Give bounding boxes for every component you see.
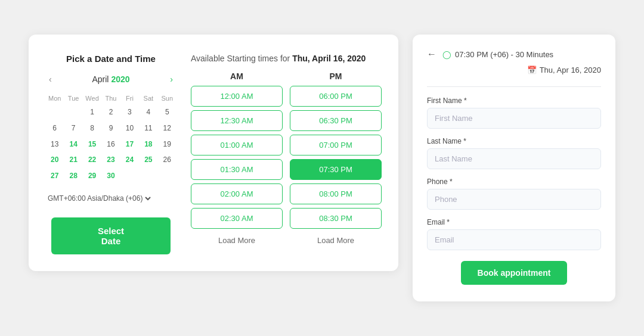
cal-day-empty xyxy=(64,104,82,120)
week-row-5: 27 28 29 30 xyxy=(45,168,177,184)
back-button[interactable]: ← xyxy=(427,49,436,60)
month-year-label: April 2020 xyxy=(92,74,129,84)
cal-day[interactable]: 26 xyxy=(158,152,177,168)
time-slot-am-3[interactable]: 01:00 AM xyxy=(191,135,283,155)
timezone-dropdown[interactable]: GMT+06:00 Asia/Dhaka (+06) xyxy=(45,194,153,203)
day-header-mon: Mon xyxy=(45,92,64,104)
time-slot-am-4[interactable]: 01:30 AM xyxy=(191,159,283,180)
time-slot-pm-2[interactable]: 06:30 PM xyxy=(290,110,382,131)
cal-day[interactable]: 6 xyxy=(45,120,64,136)
load-more-pm-button[interactable]: Load More xyxy=(290,232,382,248)
phone-group: Phone * xyxy=(427,178,601,210)
cal-day[interactable]: 15 xyxy=(83,136,101,153)
time-slot-pm-3[interactable]: 07:00 PM xyxy=(290,135,382,155)
book-appointment-button[interactable]: Book appointment xyxy=(461,261,568,285)
left-card: Pick a Date and Time ‹ April 2020 › Mon … xyxy=(29,35,398,271)
booking-header: ← ◯ 07:30 PM (+06) - 30 Minutes 📅 Thu, A… xyxy=(427,49,601,74)
cal-day[interactable]: 14 xyxy=(64,136,82,153)
cal-day[interactable]: 21 xyxy=(64,152,82,168)
cal-day-empty xyxy=(45,104,64,120)
time-slot-pm-5[interactable]: 08:00 PM xyxy=(290,183,382,204)
time-section-title: Available Starting times for Thu, April … xyxy=(191,54,382,63)
cal-day-empty xyxy=(158,168,177,184)
time-info-label: 07:30 PM (+06) - 30 Minutes xyxy=(455,50,553,59)
timezone-selector[interactable]: GMT+06:00 Asia/Dhaka (+06) xyxy=(45,194,177,203)
calendar-grid: Mon Tue Wed Thu Fri Sat Sun 1 2 3 xyxy=(45,92,177,184)
cal-day[interactable]: 13 xyxy=(45,136,64,153)
week-row-4: 20 21 22 23 24 25 26 xyxy=(45,152,177,168)
email-label: Email * xyxy=(427,218,601,226)
cal-day[interactable]: 25 xyxy=(139,152,157,168)
cal-day[interactable]: 24 xyxy=(120,152,139,168)
time-slot-pm-1[interactable]: 06:00 PM xyxy=(290,86,382,107)
cal-day[interactable]: 3 xyxy=(120,104,139,120)
last-name-group: Last Name * xyxy=(427,137,601,169)
pm-column: PM 06:00 PM 06:30 PM 07:00 PM 07:30 PM 0… xyxy=(290,71,382,248)
email-input[interactable] xyxy=(427,229,601,250)
booking-date-info: 📅 Thu, Apr 16, 2020 xyxy=(527,66,601,74)
next-month-button[interactable]: › xyxy=(166,73,177,85)
cal-day[interactable]: 19 xyxy=(158,136,177,153)
prev-month-button[interactable]: ‹ xyxy=(45,73,55,85)
day-header-wed: Wed xyxy=(83,92,101,104)
cal-day[interactable]: 27 xyxy=(45,168,64,184)
cal-day-empty xyxy=(139,168,157,184)
load-more-am-button[interactable]: Load More xyxy=(191,232,283,248)
select-date-button[interactable]: Select Date xyxy=(51,217,171,254)
time-slot-am-1[interactable]: 12:00 AM xyxy=(191,86,283,107)
cal-day[interactable]: 10 xyxy=(120,120,139,136)
cal-day[interactable]: 9 xyxy=(101,120,120,136)
calendar-section: Pick a Date and Time ‹ April 2020 › Mon … xyxy=(45,54,177,254)
cal-day[interactable]: 1 xyxy=(83,104,101,120)
day-header-sat: Sat xyxy=(139,92,157,104)
cal-day[interactable]: 17 xyxy=(120,136,139,153)
week-row-1: 1 2 3 4 5 xyxy=(45,104,177,120)
cal-day[interactable]: 23 xyxy=(101,152,120,168)
phone-input[interactable] xyxy=(427,189,601,210)
calendar-title: Pick a Date and Time xyxy=(45,54,177,64)
phone-label: Phone * xyxy=(427,178,601,186)
calendar-header: ‹ April 2020 › xyxy=(45,73,177,85)
page-wrapper: Pick a Date and Time ‹ April 2020 › Mon … xyxy=(29,35,615,301)
cal-day[interactable]: 30 xyxy=(101,168,120,184)
time-slot-am-2[interactable]: 12:30 AM xyxy=(191,110,283,131)
cal-day[interactable]: 11 xyxy=(139,120,157,136)
day-headers-row: Mon Tue Wed Thu Fri Sat Sun xyxy=(45,92,177,104)
last-name-label: Last Name * xyxy=(427,137,601,145)
day-header-tue: Tue xyxy=(64,92,82,104)
last-name-input[interactable] xyxy=(427,148,601,169)
cal-day[interactable]: 28 xyxy=(64,168,82,184)
divider xyxy=(427,86,601,87)
cal-day[interactable]: 12 xyxy=(158,120,177,136)
pm-header: PM xyxy=(290,71,382,81)
cal-day[interactable]: 7 xyxy=(64,120,82,136)
booking-time-info: ◯ 07:30 PM (+06) - 30 Minutes xyxy=(442,50,553,59)
first-name-group: First Name * xyxy=(427,97,601,129)
time-slot-pm-6[interactable]: 08:30 PM xyxy=(290,208,382,229)
calendar-icon: 📅 xyxy=(527,66,537,74)
email-group: Email * xyxy=(427,218,601,250)
cal-day[interactable]: 20 xyxy=(45,152,64,168)
time-slot-pm-4-selected[interactable]: 07:30 PM xyxy=(290,159,382,180)
am-header: AM xyxy=(191,71,283,81)
cal-day-empty xyxy=(120,168,139,184)
cal-day[interactable]: 18 xyxy=(139,136,157,153)
am-column: AM 12:00 AM 12:30 AM 01:00 AM 01:30 AM 0… xyxy=(191,71,283,248)
first-name-input[interactable] xyxy=(427,108,601,129)
right-card: ← ◯ 07:30 PM (+06) - 30 Minutes 📅 Thu, A… xyxy=(413,35,615,301)
select-date-section: Select Date xyxy=(45,217,177,254)
time-slot-am-5[interactable]: 02:00 AM xyxy=(191,183,283,204)
cal-day[interactable]: 29 xyxy=(83,168,101,184)
cal-day[interactable]: 8 xyxy=(83,120,101,136)
clock-icon: ◯ xyxy=(442,50,451,59)
time-section: Available Starting times for Thu, April … xyxy=(191,54,382,254)
day-header-thu: Thu xyxy=(101,92,120,104)
cal-day[interactable]: 2 xyxy=(101,104,120,120)
time-slot-am-6[interactable]: 02:30 AM xyxy=(191,208,283,229)
cal-day[interactable]: 5 xyxy=(158,104,177,120)
time-columns: AM 12:00 AM 12:30 AM 01:00 AM 01:30 AM 0… xyxy=(191,71,382,248)
cal-day-today[interactable]: 16 xyxy=(101,136,120,153)
day-header-sun: Sun xyxy=(158,92,177,104)
cal-day[interactable]: 22 xyxy=(83,152,101,168)
cal-day[interactable]: 4 xyxy=(139,104,157,120)
